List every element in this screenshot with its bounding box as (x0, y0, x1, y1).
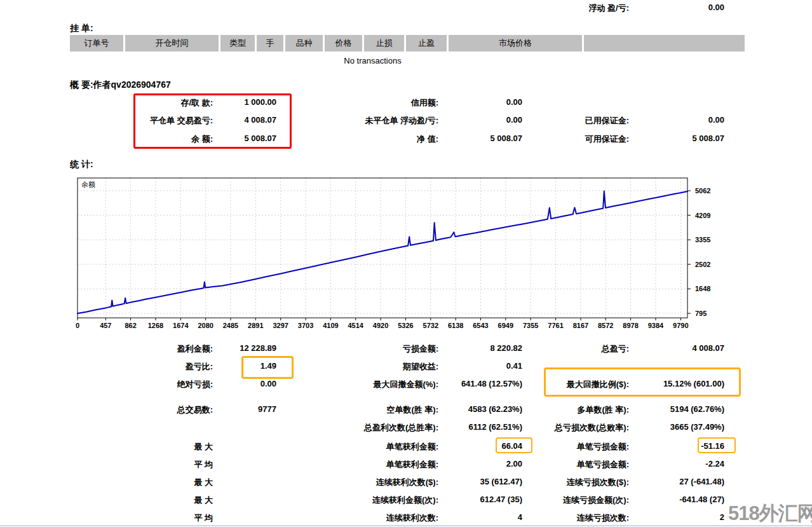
svg-text:5732: 5732 (423, 322, 438, 329)
stat-value: 4 008.07 (629, 343, 724, 353)
table-row: 平 均连续获利次数:4连续亏损次数:2 (0, 512, 812, 524)
stat-value: 641.48 (12.57%) (445, 379, 522, 388)
table-row: 存/取 款:1 000.00信用额:0.00 (0, 97, 812, 109)
bottom-divider (0, 525, 812, 526)
svg-text:9384: 9384 (648, 322, 664, 329)
column-header (584, 35, 745, 51)
stat-value: 5194 (62.76%) (629, 404, 724, 414)
stat-value: 5 008.07 (219, 133, 276, 143)
floating-pl-label: 浮动 盈/亏: (527, 3, 629, 14)
stat-value: 4 008.07 (219, 115, 276, 125)
table-row: 总交易数:9777空单数(胜 率):4583 (62.23%)多单数(胜 率):… (0, 404, 812, 416)
stat-value: -641.48 (27) (629, 495, 724, 504)
stat-label: 存/取 款: (70, 97, 213, 109)
column-header: 止盈 (406, 35, 447, 51)
stat-label: 多单数(胜 率): (527, 404, 629, 416)
stat-label: 单笔获利金额: (283, 441, 438, 453)
stat-value: 6112 (62.51%) (445, 422, 522, 432)
column-header: 品种 (285, 35, 323, 51)
stat-value: 12 228.89 (219, 343, 276, 353)
stat-value: 4583 (62.23%) (445, 404, 522, 414)
svg-text:1674: 1674 (173, 322, 189, 329)
svg-text:1268: 1268 (148, 322, 163, 329)
column-header: 开仓时间 (125, 35, 219, 51)
svg-text:3297: 3297 (273, 322, 288, 329)
svg-text:5326: 5326 (398, 322, 413, 329)
stat-label: 已用保证金: (527, 115, 629, 127)
stat-value: 9777 (219, 404, 276, 414)
column-header: 市场价格 (449, 35, 582, 51)
stat-label: 单笔获利金额: (283, 459, 438, 470)
balance-chart-svg: 0457862126816742080248528913297370341094… (75, 177, 718, 334)
stat-value: 0.00 (219, 379, 276, 388)
svg-text:795: 795 (695, 310, 707, 317)
column-header: 类型 (220, 35, 255, 51)
stat-label: 总盈亏: (527, 343, 629, 355)
stat-value: 35 (612.47) (445, 477, 522, 486)
balance-chart: 0457862126816742080248528913297370341094… (75, 177, 718, 334)
stat-value: 612.47 (35) (445, 495, 522, 504)
summary-heading: 概 要:作者qv2026904767 (70, 79, 171, 91)
table-row: 平仓单 交易盈亏:4 008.07未平仓单 浮动盈/亏:0.00已用保证金:0.… (0, 115, 812, 127)
stat-label: 连续获利金额(次): (283, 495, 438, 506)
column-header: 手 (257, 35, 283, 51)
stat-label: 连续亏损金额(次): (527, 495, 629, 506)
stat-label: 单笔亏损金额: (527, 459, 629, 470)
stat-value: 5 008.07 (445, 133, 522, 143)
table-row: 盈亏比:1.49期望收益:0.41 (0, 361, 812, 373)
stat-value: -51.16 (629, 441, 724, 451)
stat-label: 期望收益: (283, 361, 438, 373)
stat-value: 5 008.07 (629, 133, 724, 143)
stat-label: 平 均 (70, 459, 213, 470)
stat-value: 0.41 (445, 361, 522, 371)
svg-text:8572: 8572 (598, 322, 613, 329)
svg-text:2080: 2080 (198, 322, 213, 329)
no-transactions-text: No transactions (70, 56, 675, 65)
stat-value: 15.12% (601.00) (629, 379, 724, 388)
table-row: 绝对亏损:0.00最大回撤金额(%):641.48 (12.57%)最大回撤比例… (0, 379, 812, 390)
pending-orders-header: 订单号开仓时间类型手品种价格止损止盈市场价格 (70, 35, 745, 51)
stat-label: 总交易数: (70, 404, 213, 416)
table-row: 最 大单笔获利金额:66.04单笔亏损金额:-51.16 (0, 441, 812, 453)
column-header: 价格 (325, 35, 362, 51)
stat-value: 2 (629, 512, 724, 522)
svg-text:2502: 2502 (695, 261, 710, 268)
stat-label: 连续亏损次数: (527, 512, 629, 524)
stat-label: 总盈利次数(总胜率): (283, 422, 438, 434)
floating-pl-value: 0.00 (629, 3, 724, 12)
stat-label: 亏损金额: (283, 343, 438, 355)
stat-label: 空单数(胜 率): (283, 404, 438, 416)
svg-text:7761: 7761 (548, 322, 563, 329)
table-row: 盈利金额:12 228.89亏损金额:8 220.82总盈亏:4 008.07 (0, 343, 812, 355)
table-row: 总盈利次数(总胜率):6112 (62.51%)总亏损次数(总败率):3665 … (0, 422, 812, 434)
stat-label: 盈亏比: (70, 361, 213, 373)
svg-text:4514: 4514 (348, 322, 363, 329)
svg-text:4209: 4209 (695, 212, 710, 219)
stat-label: 最 大 (70, 495, 213, 506)
chart-series-label: 余额 (81, 181, 95, 188)
stat-label: 净 值: (283, 133, 438, 145)
floating-pl-row: 浮动 盈/亏: 0.00 (0, 3, 812, 14)
stat-label: 最 大 (70, 441, 213, 453)
watermark-logo: 518外汇网 (728, 500, 812, 527)
table-row: 最 大连续获利次数($):35 (612.47)连续亏损次数($):27 (-6… (0, 477, 812, 488)
svg-text:862: 862 (125, 322, 136, 329)
svg-text:3703: 3703 (298, 322, 313, 329)
stat-label: 连续获利次数($): (283, 477, 438, 488)
stat-value: 0.00 (445, 115, 522, 125)
stat-value: 0.00 (629, 115, 724, 125)
svg-text:4109: 4109 (323, 322, 338, 329)
stat-value: 0.00 (445, 97, 522, 107)
stat-value: 3665 (37.49%) (629, 422, 724, 432)
stat-value: 66.04 (445, 441, 522, 451)
stat-label: 单笔亏损金额: (527, 441, 629, 453)
svg-text:3355: 3355 (695, 236, 710, 243)
svg-text:2891: 2891 (248, 322, 263, 329)
table-row: 平 均单笔获利金额:2.00单笔亏损金额:-2.24 (0, 459, 812, 470)
pending-orders-heading: 挂 单: (70, 23, 93, 34)
stat-label: 连续亏损次数($): (527, 477, 629, 488)
stat-label: 最大回撤比例($): (527, 379, 629, 390)
svg-text:6949: 6949 (498, 322, 513, 329)
stat-label: 盈利金额: (70, 343, 213, 355)
trade-report-page: 浮动 盈/亏: 0.00 挂 单: 订单号开仓时间类型手品种价格止损止盈市场价格… (0, 0, 812, 527)
